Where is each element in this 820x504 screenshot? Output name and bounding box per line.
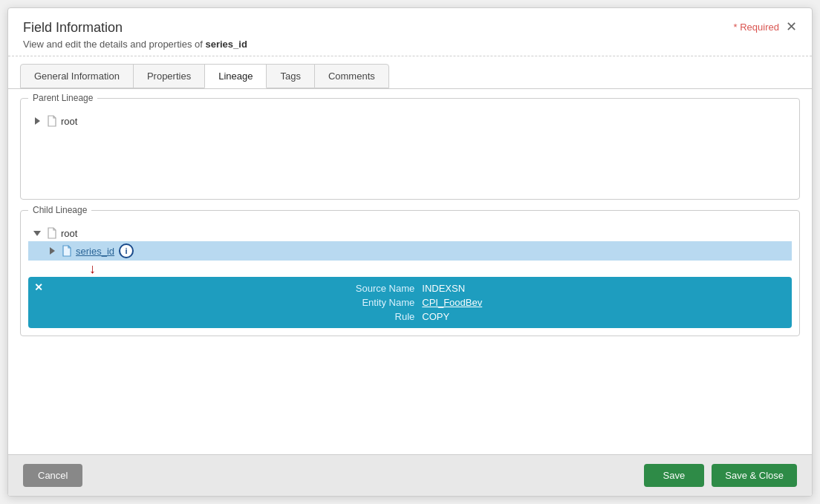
child-root-label: root [61,228,77,239]
tabs-container: General Information Properties Lineage T… [8,56,812,88]
close-button[interactable]: ✕ [781,19,801,35]
expand-right-triangle [35,117,40,125]
source-name-key: Source Name [55,283,414,294]
child-lineage-label: Child Lineage [28,205,91,215]
required-label: * Required [734,22,779,33]
arrow-down-icon: ↓ [89,262,96,275]
child-root-row[interactable]: root [28,225,792,241]
child-lineage-section: Child Lineage root [20,210,800,336]
info-bubble-button[interactable]: i [119,243,134,258]
tab-general-information[interactable]: General Information [20,64,134,88]
parent-root-label: root [61,116,77,127]
arrow-down-container: ↓ [28,262,792,275]
info-grid: Source Name INDEXSN Entity Name CPI_Food… [55,283,783,322]
save-button[interactable]: Save [644,464,705,487]
info-panel-close-button[interactable]: ✕ [34,281,43,293]
child-root-file-icon [46,227,58,239]
child-series-id-label[interactable]: series_id [76,246,114,257]
footer-right-buttons: Save Save & Close [644,464,797,487]
save-close-button[interactable]: Save & Close [712,464,797,487]
rule-val: COPY [422,311,783,322]
cancel-button[interactable]: Cancel [23,464,82,487]
entity-name-val[interactable]: CPI_FoodBev [422,297,783,308]
child-series-expand-icon[interactable] [46,245,58,257]
child-lineage-inner: root series_id i [21,222,799,336]
dialog-footer: Cancel Save Save & Close [8,454,812,496]
entity-name-key: Entity Name [55,297,414,308]
field-name: series_id [205,39,247,50]
tabs-bar: General Information Properties Lineage T… [8,56,812,89]
rule-key: Rule [55,311,414,322]
tab-properties[interactable]: Properties [133,64,205,88]
child-series-id-row[interactable]: series_id i [28,241,792,261]
parent-root-file-icon [46,115,58,127]
required-text: Required [740,22,779,33]
child-root-expand-icon[interactable] [31,227,43,239]
field-information-dialog: Field Information View and edit the deta… [7,7,813,497]
source-name-val: INDEXSN [422,283,783,294]
tab-tags[interactable]: Tags [266,64,314,88]
dialog-title: Field Information [23,20,797,36]
parent-root-row[interactable]: root [28,113,792,129]
tab-lineage[interactable]: Lineage [204,64,267,88]
dialog-header: Field Information View and edit the deta… [8,8,812,56]
dialog-subtitle: View and edit the details and properties… [23,39,797,50]
tab-content-lineage: Parent Lineage root Chi [8,89,812,454]
required-asterisk: * [734,22,741,33]
info-panel: ✕ Source Name INDEXSN Entity Name CPI_Fo… [28,277,792,328]
parent-lineage-inner: root [21,110,799,199]
child-series-file-icon [61,245,73,257]
parent-lineage-section: Parent Lineage root [20,98,800,200]
subtitle-prefix: View and edit the details and properties… [23,39,205,50]
parent-lineage-label: Parent Lineage [28,93,97,103]
tab-comments[interactable]: Comments [314,64,389,88]
expand-right-triangle-2 [50,247,55,255]
expand-down-triangle [33,231,41,236]
parent-root-expand-icon[interactable] [31,115,43,127]
